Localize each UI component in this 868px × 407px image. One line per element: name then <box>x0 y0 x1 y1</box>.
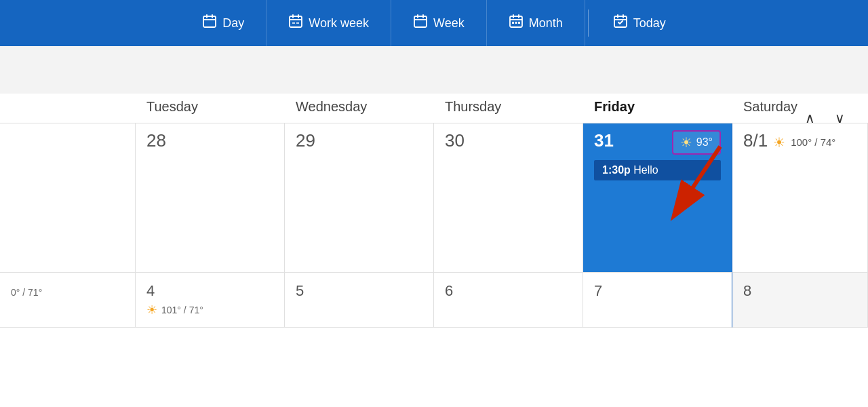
nav-work-week-label: Work week <box>309 16 369 31</box>
nav-today-label: Today <box>633 16 666 31</box>
date-cell-30[interactable]: 30 <box>434 123 583 273</box>
sun-icon-4: ☀ <box>146 303 157 317</box>
day-header-thursday: Thursday <box>434 94 583 123</box>
date-cell-4[interactable]: 4 ☀ 101° / 71° <box>136 273 285 328</box>
day-header-tuesday: Tuesday <box>136 94 285 123</box>
day-header-empty <box>0 94 136 123</box>
svg-rect-0 <box>203 16 216 27</box>
nav-day-label: Day <box>222 16 244 31</box>
svg-rect-4 <box>290 16 302 27</box>
day-header-friday: Friday <box>583 94 732 123</box>
nav-separator <box>588 9 589 37</box>
calendar-area: ∧ ∨ Tuesday Wednesday Thursday Friday Sa… <box>0 94 868 407</box>
weather-selection-box: ☀ 93° <box>672 130 721 155</box>
svg-rect-18 <box>512 22 514 24</box>
nav-week[interactable]: Week <box>391 0 487 46</box>
calendar-workweek-icon <box>288 14 303 33</box>
nav-month[interactable]: Month <box>487 0 585 46</box>
temp-partial: 0° / 71° <box>11 287 42 298</box>
svg-rect-21 <box>614 16 627 27</box>
date-7: 7 <box>594 282 721 300</box>
date-31: 31 <box>594 130 614 151</box>
event-title-31: Hello <box>633 164 658 176</box>
calendar-month-icon <box>509 14 524 33</box>
date-4: 4 <box>146 282 273 300</box>
svg-rect-20 <box>518 22 520 24</box>
date-cell-28[interactable]: 28 <box>136 123 285 273</box>
event-bar-31[interactable]: 1:30p Hello <box>594 160 721 180</box>
date-6: 6 <box>445 282 572 300</box>
sun-icon-saturday: ☀ <box>773 134 785 151</box>
date-81: 8/1 <box>743 130 768 151</box>
day-headers: Tuesday Wednesday Thursday Friday Saturd… <box>0 94 868 123</box>
date-cell-29[interactable]: 29 <box>285 123 434 273</box>
week2-dates: 0° / 71° 4 ☀ 101° / 71° 5 6 7 8 <box>0 273 868 328</box>
nav-day[interactable]: Day <box>180 0 267 46</box>
calendar-week-icon <box>413 14 428 33</box>
event-time-31: 1:30p <box>602 164 631 176</box>
nav-today[interactable]: Today <box>591 0 688 46</box>
week1-partial-left <box>0 123 136 273</box>
nav-work-week[interactable]: Work week <box>267 0 391 46</box>
sun-icon-friday: ☀ <box>680 134 692 151</box>
nav-month-label: Month <box>529 16 563 31</box>
date-cell-7[interactable]: 7 <box>583 273 732 328</box>
date-cell-8[interactable]: 8 <box>732 273 868 328</box>
date-28: 28 <box>146 130 273 151</box>
top-navigation-bar: Day Work week Week <box>0 0 868 46</box>
temp-saturday: 100° / 74° <box>791 136 835 148</box>
nav-week-label: Week <box>433 16 465 31</box>
temp-friday: 93° <box>696 136 713 149</box>
date-cell-81[interactable]: 8/1 ☀ 100° / 74° <box>732 123 868 273</box>
date-cell-6[interactable]: 6 <box>434 273 583 328</box>
date-cell-31-active[interactable]: 31 ☀ 93° 1:30p Hello <box>583 123 732 273</box>
date-cell-5[interactable]: 5 <box>285 273 434 328</box>
day-header-wednesday: Wednesday <box>285 94 434 123</box>
week1-dates: 28 29 30 31 ☀ 93° 1:30p Hello <box>0 123 868 273</box>
calendar-today-icon <box>613 14 628 33</box>
temp-4: 101° / 71° <box>161 305 203 315</box>
svg-rect-19 <box>515 22 517 24</box>
date-30: 30 <box>445 130 572 151</box>
date-5: 5 <box>296 282 422 300</box>
date-8: 8 <box>743 282 856 300</box>
date-29: 29 <box>296 130 422 151</box>
calendar-day-icon <box>202 14 217 33</box>
week2-partial-left: 0° / 71° <box>0 273 136 328</box>
svg-rect-10 <box>414 16 427 27</box>
